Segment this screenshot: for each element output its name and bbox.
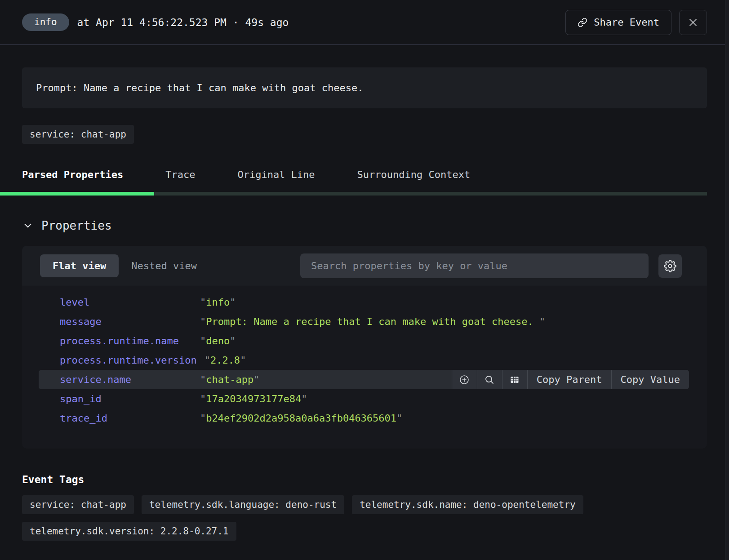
property-key: trace_id: [60, 413, 192, 424]
property-value: Prompt: Name a recipe that I can make wi…: [200, 316, 681, 327]
nested-view-button[interactable]: Nested view: [119, 254, 209, 277]
search-value-button[interactable]: [477, 370, 502, 389]
tab-surrounding-context[interactable]: Surrounding Context: [357, 169, 471, 180]
property-key: message: [60, 316, 192, 327]
search-input[interactable]: [300, 253, 649, 278]
property-key: process.runtime.version: [60, 355, 197, 366]
property-key: service.name: [60, 374, 192, 385]
table-row[interactable]: trace_id b24ef2902d2a958a0a6a3fb04636560…: [39, 409, 689, 428]
message-preview: Prompt: Name a recipe that I can make wi…: [22, 67, 707, 108]
settings-button[interactable]: [658, 254, 682, 278]
property-value: 2.2.8: [204, 355, 681, 366]
add-filter-button[interactable]: [452, 370, 477, 389]
table-row[interactable]: process.runtime.name deno: [39, 331, 689, 351]
event-tags-section: Event Tags service: chat-app telemetry.s…: [22, 474, 707, 541]
property-value: b24ef2902d2a958a0a6a3fb046365601: [200, 413, 681, 424]
close-button[interactable]: [679, 10, 707, 35]
scrollbar-track[interactable]: [725, 0, 729, 560]
property-key: process.runtime.name: [60, 335, 192, 347]
link-icon: [578, 18, 587, 27]
property-value: deno: [200, 335, 681, 347]
event-timestamp: at Apr 11 4:56:22.523 PM · 49s ago: [77, 17, 289, 28]
close-icon: [688, 17, 698, 28]
copy-parent-button[interactable]: Copy Parent: [527, 370, 611, 389]
table-row[interactable]: span_id 17a2034973177e84: [39, 389, 689, 409]
property-value: chat-app: [200, 374, 444, 385]
event-detail-panel: info at Apr 11 4:56:22.523 PM · 49s ago …: [0, 0, 729, 560]
flat-view-button[interactable]: Flat view: [40, 254, 119, 277]
table-row-highlighted[interactable]: service.name chat-app: [39, 370, 689, 389]
event-tags-list: service: chat-app telemetry.sdk.language…: [22, 495, 665, 541]
property-key: level: [60, 297, 192, 308]
event-tag[interactable]: service: chat-app: [22, 495, 134, 514]
event-tag[interactable]: telemetry.sdk.version: 2.2.8-0.27.1: [22, 522, 236, 541]
event-tag[interactable]: telemetry.sdk.name: deno-opentelemetry: [352, 495, 583, 514]
table-row[interactable]: message Prompt: Name a recipe that I can…: [39, 312, 689, 331]
gear-icon: [664, 260, 676, 272]
detail-tabs: Parsed Properties Trace Original Line Su…: [0, 163, 707, 196]
properties-section-header[interactable]: Properties: [22, 219, 707, 232]
properties-toolbar: Flat view Nested view: [22, 246, 707, 286]
row-actions: Copy Parent Copy Value: [452, 370, 689, 389]
property-key: span_id: [60, 393, 192, 404]
property-value: info: [200, 297, 681, 308]
search-icon: [484, 374, 495, 385]
chevron-down-icon: [22, 220, 34, 231]
service-tag[interactable]: service: chat-app: [22, 125, 134, 144]
properties-title: Properties: [41, 219, 112, 232]
tab-active-indicator: [0, 192, 154, 196]
copy-value-button[interactable]: Copy Value: [611, 370, 689, 389]
event-header: info at Apr 11 4:56:22.523 PM · 49s ago …: [0, 0, 729, 45]
table-icon: [509, 374, 520, 385]
property-value: 17a2034973177e84: [200, 393, 681, 404]
table-view-button[interactable]: [502, 370, 527, 389]
table-row[interactable]: level info: [39, 293, 689, 312]
event-tags-title: Event Tags: [22, 474, 707, 485]
level-badge: info: [22, 13, 69, 31]
share-event-label: Share Event: [594, 17, 659, 28]
properties-card: Flat view Nested view level info: [22, 246, 707, 449]
event-tag[interactable]: telemetry.sdk.language: deno-rust: [142, 495, 344, 514]
tab-parsed-properties[interactable]: Parsed Properties: [22, 169, 123, 180]
properties-table: level info message Prompt: Name a recipe…: [22, 286, 707, 449]
table-row[interactable]: process.runtime.version 2.2.8: [39, 351, 689, 370]
circle-plus-icon: [459, 374, 470, 385]
tab-original-line[interactable]: Original Line: [237, 169, 315, 180]
share-event-button[interactable]: Share Event: [565, 10, 671, 35]
tab-trace[interactable]: Trace: [165, 169, 195, 180]
